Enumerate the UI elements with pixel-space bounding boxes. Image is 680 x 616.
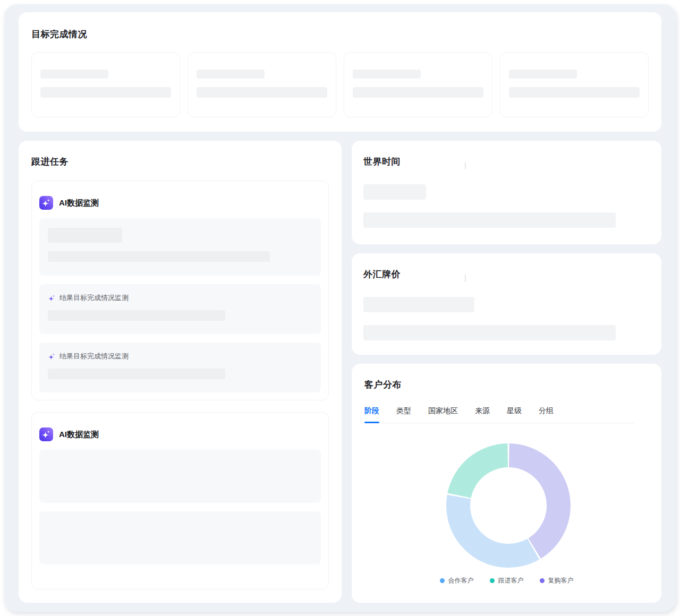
ai-monitor-header: AI数据监测 (39, 427, 321, 441)
header-placeholder-dash (465, 162, 466, 169)
skeleton-bar (197, 70, 265, 79)
monitor-summary-panel (39, 218, 321, 276)
skeleton-bar (363, 212, 616, 228)
legend-item-following[interactable]: 跟进客户 (490, 576, 524, 585)
sparkle-icon (48, 294, 56, 302)
tab-type[interactable]: 类型 (396, 406, 411, 423)
ai-sparkles-icon (39, 427, 53, 441)
ai-monitor-header: AI数据监测 (39, 196, 321, 210)
tab-source[interactable]: 来源 (475, 406, 490, 423)
fx-rates-title: 外汇牌价 (363, 268, 650, 280)
tab-star-rating[interactable]: 星级 (507, 406, 522, 423)
world-time-title: 世界时间 (363, 156, 650, 168)
monitor-item-row: 结果目标完成情况监测 (48, 352, 312, 361)
goal-placeholder-row (31, 52, 649, 117)
tab-country-region[interactable]: 国家地区 (428, 406, 458, 423)
legend-label: 合作客户 (448, 576, 474, 585)
customer-donut-chart[interactable] (445, 442, 572, 569)
ai-monitor-card: AI数据监测 结果目标完成情况监测 (31, 181, 329, 400)
skeleton-bar (509, 70, 577, 79)
legend-item-cooperating[interactable]: 合作客户 (440, 576, 474, 585)
skeleton-bar (40, 70, 108, 79)
monitor-item-label: 结果目标完成情况监测 (60, 293, 129, 303)
distribution-tabs: 阶段 类型 国家地区 来源 星级 分组 (364, 406, 634, 423)
skeleton-bar (48, 251, 270, 262)
tab-stage[interactable]: 阶段 (364, 406, 379, 423)
follow-tasks-title: 跟进任务 (31, 156, 329, 168)
goal-placeholder-card (31, 52, 180, 117)
customer-distribution-title: 客户分布 (364, 379, 649, 391)
monitor-item-row: 结果目标完成情况监测 (48, 293, 312, 303)
monitor-item-panel[interactable]: 结果目标完成情况监测 (39, 284, 321, 334)
world-time-card: 世界时间 (352, 141, 661, 244)
skeleton-bar (363, 184, 426, 200)
monitor-empty-panel (39, 450, 321, 503)
donut-slice[interactable] (509, 443, 571, 559)
chart-legend: 合作客户 跟进客户 复购客户 (352, 576, 661, 585)
legend-dot (540, 578, 545, 583)
skeleton-bar (509, 87, 640, 98)
skeleton-bar (48, 369, 225, 379)
ai-monitor-label: AI数据监测 (59, 198, 99, 208)
tab-group[interactable]: 分组 (539, 406, 554, 423)
skeleton-bar (48, 228, 122, 243)
skeleton-bar (48, 310, 225, 321)
goal-placeholder-card (188, 52, 336, 117)
skeleton-bar (353, 87, 483, 98)
legend-dot (440, 578, 445, 583)
ai-sparkles-icon (39, 196, 53, 210)
skeleton-bar (353, 70, 421, 79)
customer-distribution-card: 客户分布 阶段 类型 国家地区 来源 星级 分组 合作客户 跟进客户 复购客户 (352, 364, 661, 603)
donut-slice[interactable] (446, 495, 539, 568)
dashboard-container: 目标完成情况 跟进任务 (4, 4, 676, 612)
skeleton-bar (363, 325, 616, 340)
monitor-item-label: 结果目标完成情况监测 (60, 352, 129, 361)
sparkle-icon (48, 353, 56, 361)
legend-label: 跟进客户 (498, 576, 524, 585)
goal-completion-card: 目标完成情况 (19, 12, 661, 132)
skeleton-bar (40, 87, 171, 98)
ai-monitor-label: AI数据监测 (59, 430, 99, 440)
goal-placeholder-card (344, 52, 492, 117)
donut-slice[interactable] (447, 443, 508, 498)
goal-completion-title: 目标完成情况 (31, 28, 649, 40)
goal-placeholder-card (500, 52, 649, 117)
legend-dot (490, 578, 495, 583)
header-placeholder-dash (465, 275, 466, 282)
fx-rates-card: 外汇牌价 (352, 253, 661, 355)
monitor-empty-panel (39, 511, 321, 564)
monitor-item-panel[interactable]: 结果目标完成情况监测 (39, 343, 321, 392)
follow-tasks-card: 跟进任务 AI数据监测 (19, 141, 342, 603)
skeleton-bar (197, 87, 327, 98)
skeleton-bar (363, 297, 474, 312)
legend-label: 复购客户 (548, 576, 574, 585)
ai-monitor-card: AI数据监测 (31, 412, 329, 589)
legend-item-repurchase[interactable]: 复购客户 (540, 576, 574, 585)
